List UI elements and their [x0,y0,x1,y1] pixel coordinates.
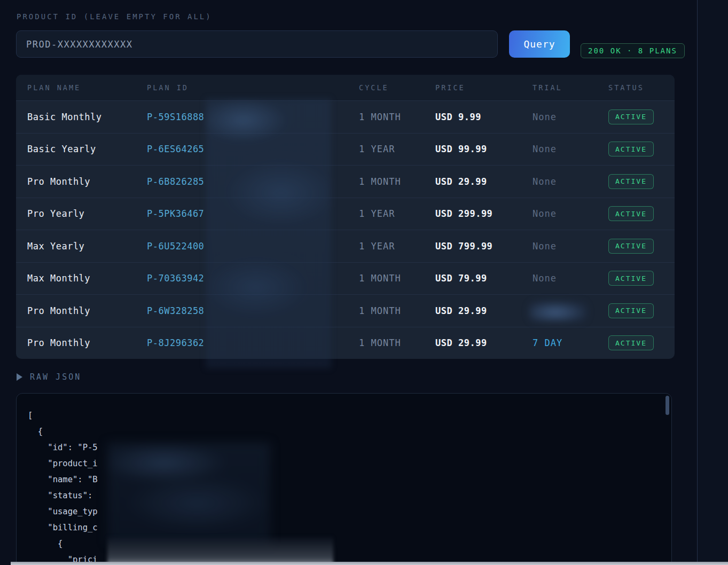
json-line: { [28,536,655,552]
plan-name-cell: Max Yearly [27,241,147,252]
column-header-plan-id: PLAN ID [147,83,359,92]
price-cell: USD 799.99 [435,241,533,252]
status-badge: ACTIVE [608,271,654,286]
status-badge: ACTIVE [608,206,654,221]
json-line: "id": "P-5 [28,440,655,456]
plan-id-cell: P-6W328258 [147,305,359,316]
plan-name-cell: Pro Monthly [27,176,147,187]
plan-id-cell: P-6ES64265 [147,144,359,154]
plan-id-cell: P-8J296362 [147,338,359,348]
table-row: Pro MonthlyP-6B8262851 MONTHUSD 29.99Non… [16,165,675,198]
status-cell: ACTIVE [608,174,675,189]
cycle-cell: 1 YEAR [359,144,435,154]
table-row: Basic MonthlyP-59S168881 MONTHUSD 9.99No… [16,100,675,133]
column-header-cycle: CYCLE [359,83,435,92]
price-cell: USD 29.99 [435,338,533,348]
page: PRODUCT ID (LEAVE EMPTY FOR ALL) Query 2… [0,0,728,565]
status-cell: ACTIVE [608,109,675,124]
plan-name-cell: Pro Monthly [27,305,147,316]
json-line: { [28,423,655,440]
table-row: Basic YearlyP-6ES642651 YEARUSD 99.99Non… [16,133,675,166]
json-line: "product_i [28,456,655,472]
trial-cell: None [533,176,608,187]
column-header-plan-name: PLAN NAME [27,83,147,92]
product-id-label: PRODUCT ID (LEAVE EMPTY FOR ALL) [17,12,212,21]
column-header-status: STATUS [608,83,675,92]
product-id-input[interactable] [16,30,498,58]
price-cell: USD 79.99 [435,273,533,284]
status-badge: ACTIVE [608,142,654,156]
plan-id-cell: P-59S16888 [147,112,359,122]
plan-name-cell: Pro Monthly [27,338,147,348]
raw-json-label: RAW JSON [30,372,81,382]
raw-json-panel: [ { "id": "P-5 "product_i "name": "B "st… [16,393,672,565]
table-row: Max MonthlyP-703639421 MONTHUSD 79.99Non… [16,262,675,295]
json-line: "usage_typ [28,504,655,520]
json-line: "status": [28,488,655,504]
json-code-block: [ { "id": "P-5 "product_i "name": "B "st… [28,407,655,565]
trial-privacy-blur [529,301,587,321]
plan-name-cell: Max Monthly [27,273,147,284]
cycle-cell: 1 MONTH [359,176,435,187]
pane-divider [697,0,698,565]
json-line: "name": "B [28,472,655,488]
plan-name-cell: Basic Monthly [27,112,147,122]
price-cell: USD 29.99 [435,176,533,187]
plans-table: PLAN NAME PLAN ID CYCLE PRICE TRIAL STAT… [16,75,675,359]
plan-id-cell: P-5PK36467 [147,208,359,219]
column-header-trial: TRIAL [533,83,608,92]
price-cell: USD 9.99 [435,112,533,122]
status-badge: ACTIVE [608,303,654,318]
plan-id-cell: P-6B826285 [147,176,359,187]
table-row: Pro MonthlyP-8J2963621 MONTHUSD 29.997 D… [16,327,675,359]
plan-id-cell: P-70363942 [147,273,359,284]
status-badge: ACTIVE [608,335,654,350]
trial-cell: None [533,208,608,219]
trial-cell: None [533,241,608,252]
table-row: Pro MonthlyP-6W3282581 MONTHUSD 29.99ACT… [16,294,675,327]
price-cell: USD 99.99 [435,144,533,154]
table-header-row: PLAN NAME PLAN ID CYCLE PRICE TRIAL STAT… [16,75,675,100]
status-cell: ACTIVE [608,335,675,350]
plan-name-cell: Basic Yearly [27,144,147,154]
json-line: [ [28,407,655,423]
collapsed-triangle-icon [17,373,22,381]
column-header-price: PRICE [435,83,533,92]
cycle-cell: 1 YEAR [359,208,435,219]
cycle-cell: 1 MONTH [359,273,435,284]
table-body: Basic MonthlyP-59S168881 MONTHUSD 9.99No… [16,100,675,359]
cycle-cell: 1 MONTH [359,338,435,348]
plan-id-cell: P-6U522400 [147,241,359,252]
status-cell: ACTIVE [608,303,675,318]
raw-json-toggle[interactable]: RAW JSON [17,371,81,383]
plan-name-cell: Pro Yearly [27,208,147,219]
trial-cell: None [533,144,608,154]
trial-cell: None [533,273,608,284]
status-badge: ACTIVE [608,109,654,124]
table-row: Max YearlyP-6U5224001 YEARUSD 799.99None… [16,230,675,262]
table-row: Pro YearlyP-5PK364671 YEARUSD 299.99None… [16,198,675,230]
query-button[interactable]: Query [509,30,570,58]
price-cell: USD 29.99 [435,305,533,316]
status-cell: ACTIVE [608,239,675,254]
status-badge: ACTIVE [608,174,654,189]
right-gutter [698,0,728,565]
trial-cell: 7 DAY [533,338,608,348]
json-line: "billing_c [28,520,655,536]
cycle-cell: 1 MONTH [359,112,435,122]
json-scrollbar-thumb[interactable] [666,396,669,415]
cycle-cell: 1 MONTH [359,305,435,316]
status-badge: ACTIVE [608,239,654,254]
status-cell: ACTIVE [608,206,675,221]
status-cell: ACTIVE [608,142,675,156]
cycle-cell: 1 YEAR [359,241,435,252]
price-cell: USD 299.99 [435,208,533,219]
status-cell: ACTIVE [608,271,675,286]
horizontal-scrollbar[interactable] [11,562,728,565]
response-status-badge: 200 OK · 8 PLANS [581,43,685,58]
trial-cell: None [533,112,608,122]
